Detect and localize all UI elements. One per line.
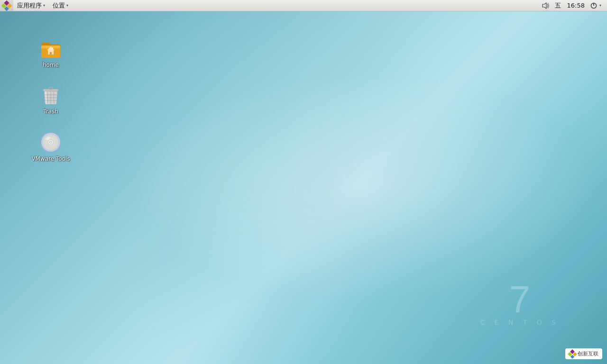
brand-watermark: 创新互联 bbox=[565, 348, 602, 359]
day-time-label: 五 16:58 bbox=[555, 1, 585, 10]
svg-rect-18 bbox=[49, 87, 53, 90]
centos-watermark: 7 C E N T O S bbox=[480, 281, 560, 326]
svg-rect-8 bbox=[50, 52, 52, 55]
menubar: 应用程序 ▾ 位置 ▾ 五 16:58 bbox=[0, 0, 607, 11]
day-label: 五 bbox=[555, 2, 561, 9]
menubar-left: 应用程序 ▾ 位置 ▾ bbox=[0, 0, 72, 11]
apps-menu-arrow: ▾ bbox=[43, 3, 45, 8]
cd-icon bbox=[39, 131, 62, 154]
volume-control[interactable] bbox=[540, 0, 551, 11]
desktop-icon-vmware-tools[interactable]: VMware Tools bbox=[29, 129, 72, 165]
power-menu-button[interactable]: ▾ bbox=[589, 0, 603, 11]
brand-logo-icon bbox=[568, 349, 577, 359]
apps-menu-button[interactable]: 应用程序 ▾ bbox=[13, 0, 49, 11]
places-menu-arrow: ▾ bbox=[66, 3, 68, 8]
time-label: 16:58 bbox=[567, 2, 585, 9]
brand-name: 创新互联 bbox=[578, 350, 598, 357]
places-menu-label: 位置 bbox=[53, 1, 65, 10]
home-icon-label: home bbox=[43, 62, 59, 69]
svg-marker-0 bbox=[543, 3, 546, 9]
centos-logo-icon bbox=[1, 0, 12, 11]
desktop: home Trash bbox=[0, 11, 607, 364]
watermark-number: 7 bbox=[480, 281, 560, 318]
menubar-right: 五 16:58 ▾ bbox=[540, 0, 607, 11]
apps-menu-label: 应用程序 bbox=[17, 1, 42, 10]
trash-icon bbox=[39, 83, 62, 106]
trash-icon-label: Trash bbox=[43, 108, 58, 116]
centos-logo-button[interactable] bbox=[0, 0, 13, 11]
power-arrow: ▾ bbox=[599, 3, 601, 8]
svg-point-27 bbox=[50, 142, 52, 143]
svg-rect-9 bbox=[52, 47, 53, 49]
clock[interactable]: 五 16:58 bbox=[553, 0, 587, 11]
vmware-tools-icon-label: VMware Tools bbox=[31, 155, 70, 163]
home-folder-icon bbox=[39, 37, 62, 60]
volume-icon bbox=[542, 2, 549, 9]
places-menu-button[interactable]: 位置 ▾ bbox=[49, 0, 72, 11]
desktop-icon-trash[interactable]: Trash bbox=[29, 82, 72, 118]
watermark-text: C E N T O S bbox=[480, 318, 560, 326]
desktop-icon-home[interactable]: home bbox=[29, 35, 72, 71]
power-icon bbox=[590, 2, 597, 9]
